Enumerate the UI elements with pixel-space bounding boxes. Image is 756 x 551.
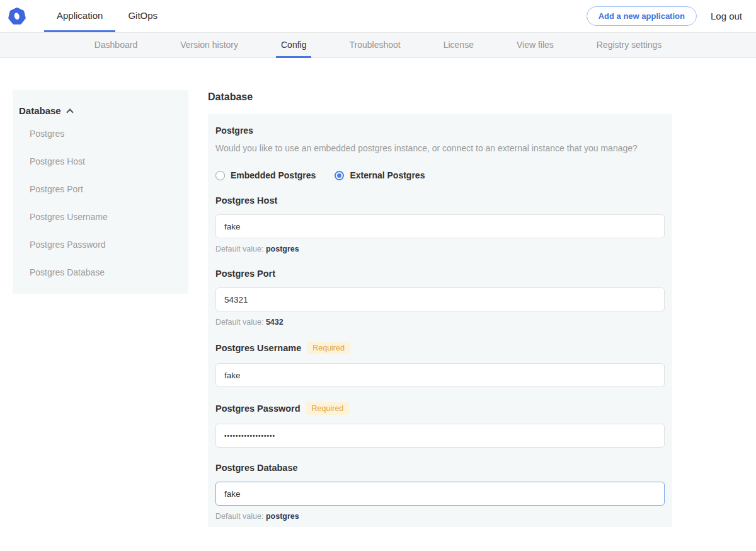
- top-header: Application GitOps Add a new application…: [0, 0, 756, 32]
- postgres-host-input[interactable]: [215, 214, 665, 238]
- sidebar-item-postgres[interactable]: Postgres: [19, 122, 182, 145]
- sidebar-item-postgres-username[interactable]: Postgres Username: [19, 206, 182, 228]
- subnav-tab-dashboard[interactable]: Dashboard: [89, 33, 143, 58]
- subnav-tab-troubleshoot[interactable]: Troubleshoot: [344, 33, 405, 58]
- sidebar-item-postgres-database[interactable]: Postgres Database: [19, 261, 182, 284]
- sidebar-item-postgres-port[interactable]: Postgres Port: [19, 178, 182, 200]
- field-label: Postgres Port: [215, 269, 275, 279]
- sidebar-item-postgres-host[interactable]: Postgres Host: [19, 150, 182, 173]
- config-card: Postgres Would you like to use an embedd…: [208, 114, 672, 527]
- subnav-tab-version-history[interactable]: Version history: [175, 33, 243, 58]
- default-prefix: Default value:: [215, 245, 266, 253]
- field-label: Postgres Password: [215, 403, 301, 414]
- radio-external-label: External Postgres: [350, 170, 425, 180]
- sidebar-group-database[interactable]: Database: [19, 105, 182, 117]
- sidebar-items: Postgres Postgres Host Postgres Port Pos…: [19, 122, 182, 284]
- subnav-tab-view-files[interactable]: View files: [512, 33, 559, 58]
- app-subnav: Dashboard Version history Config Trouble…: [0, 32, 756, 58]
- field-postgres-host: Postgres Host Default value: postgres: [215, 195, 665, 253]
- add-application-button[interactable]: Add a new application: [587, 6, 697, 26]
- field-postgres-database: Postgres Database Default value: postgre…: [215, 463, 665, 521]
- page-content: Database Postgres Postgres Host Postgres…: [0, 90, 756, 551]
- radio-checked-icon[interactable]: [335, 171, 344, 180]
- app-logo-icon: [8, 7, 26, 26]
- postgres-password-input[interactable]: [215, 424, 665, 448]
- default-value-note: Default value: 5432: [215, 318, 665, 327]
- sidebar-group-label: Database: [19, 105, 61, 116]
- config-group-title: Database: [208, 91, 672, 103]
- radio-external-postgres[interactable]: External Postgres: [335, 170, 425, 180]
- field-label: Postgres Username: [215, 343, 301, 353]
- config-main: Database Postgres Would you like to use …: [208, 90, 672, 551]
- subnav-tab-config[interactable]: Config: [276, 33, 311, 58]
- field-postgres-port: Postgres Port Default value: 5432: [215, 269, 665, 327]
- default-prefix: Default value:: [215, 318, 266, 327]
- tab-application[interactable]: Application: [44, 0, 115, 32]
- field-postgres-password: Postgres Password Required: [215, 402, 665, 448]
- default-value-note: Default value: postgres: [215, 245, 665, 253]
- default-value-note: Default value: postgres: [215, 512, 665, 521]
- postgres-heading: Postgres: [215, 125, 665, 136]
- postgres-database-input[interactable]: [215, 482, 665, 506]
- radio-embedded-label: Embedded Postgres: [231, 170, 316, 180]
- postgres-radio-group: Embedded Postgres External Postgres: [215, 170, 665, 180]
- field-postgres-username: Postgres Username Required: [215, 342, 665, 387]
- subnav-tab-registry-settings[interactable]: Registry settings: [592, 33, 667, 58]
- header-tabs: Application GitOps: [44, 0, 170, 32]
- postgres-username-input[interactable]: [215, 363, 665, 387]
- logout-link[interactable]: Log out: [711, 11, 742, 21]
- default-prefix: Default value:: [215, 512, 266, 521]
- default-value: postgres: [266, 245, 299, 253]
- field-label: Postgres Database: [215, 463, 298, 473]
- header-right: Add a new application Log out: [587, 6, 756, 26]
- required-badge: Required: [307, 342, 350, 354]
- sidebar-item-postgres-password[interactable]: Postgres Password: [19, 233, 182, 256]
- tab-gitops[interactable]: GitOps: [115, 0, 170, 32]
- chevron-up-icon: [66, 108, 73, 115]
- postgres-port-input[interactable]: [215, 287, 665, 311]
- field-label: Postgres Host: [215, 195, 277, 206]
- default-value: postgres: [266, 512, 299, 521]
- subnav-tab-license[interactable]: License: [438, 33, 479, 58]
- postgres-help-text: Would you like to use an embedded postgr…: [215, 142, 665, 154]
- radio-unchecked-icon[interactable]: [215, 171, 225, 180]
- default-value: 5432: [266, 318, 284, 327]
- required-badge: Required: [306, 402, 350, 415]
- radio-embedded-postgres[interactable]: Embedded Postgres: [215, 170, 316, 180]
- config-sidebar: Database Postgres Postgres Host Postgres…: [13, 90, 188, 294]
